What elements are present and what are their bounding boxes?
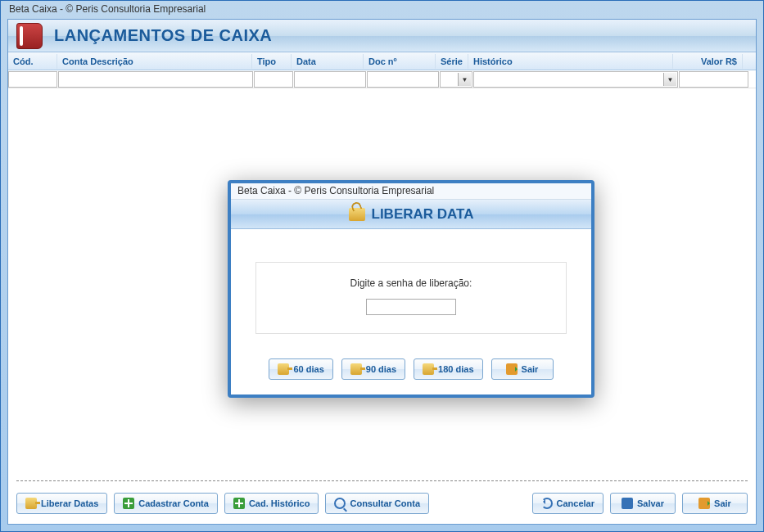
col-header-serie: Série xyxy=(436,54,468,69)
content-area: LANÇAMENTOS DE CAIXA Cód. Conta Descriçã… xyxy=(7,19,757,525)
cell-tipo[interactable] xyxy=(254,71,293,88)
cell-desc[interactable] xyxy=(58,71,253,88)
separator xyxy=(16,480,748,481)
main-window: Beta Caixa - © Peris Consultoria Empresa… xyxy=(0,0,764,532)
liberar-datas-button[interactable]: Liberar Datas xyxy=(16,493,107,514)
key-icon xyxy=(423,363,434,375)
password-panel: Digite a senha de liberação: xyxy=(255,262,567,334)
col-header-hist: Histórico xyxy=(468,54,673,69)
dialog-sair-button[interactable]: Sair xyxy=(491,358,554,380)
col-header-data: Data xyxy=(292,54,364,69)
unlock-180-button[interactable]: 180 dias xyxy=(414,358,482,380)
chevron-down-icon[interactable]: ▼ xyxy=(458,73,471,86)
password-input[interactable] xyxy=(366,299,456,315)
dialog-title: Beta Caixa - © Peris Consultoria Empresa… xyxy=(237,185,434,196)
cell-valor[interactable] xyxy=(679,71,748,88)
cad-historico-button[interactable]: Cad. Histórico xyxy=(224,493,319,514)
window-title: Beta Caixa - © Peris Consultoria Empresa… xyxy=(9,3,206,15)
col-header-tipo: Tipo xyxy=(252,54,292,69)
button-bar: Liberar Datas Cadastrar Conta Cad. Histó… xyxy=(16,493,748,514)
page-header: LANÇAMENTOS DE CAIXA xyxy=(8,20,756,52)
cell-hist[interactable]: ▼ xyxy=(473,71,678,88)
key-icon xyxy=(350,363,362,375)
unlock-90-button[interactable]: 90 dias xyxy=(341,358,405,380)
ledger-icon xyxy=(16,23,43,49)
liberar-data-dialog: Beta Caixa - © Peris Consultoria Empresa… xyxy=(228,180,594,398)
dialog-titlebar: Beta Caixa - © Peris Consultoria Empresa… xyxy=(231,183,591,200)
col-header-cod: Cód. xyxy=(8,54,57,69)
dialog-body: Digite a senha de liberação: xyxy=(231,229,591,342)
salvar-button[interactable]: Salvar xyxy=(610,493,676,514)
cell-serie[interactable]: ▼ xyxy=(440,71,472,88)
page-title: LANÇAMENTOS DE CAIXA xyxy=(54,26,272,45)
unlock-icon xyxy=(349,208,365,221)
cancelar-button[interactable]: Cancelar xyxy=(532,493,604,514)
dialog-heading: LIBERAR DATA xyxy=(372,206,474,223)
plus-icon xyxy=(233,498,245,509)
undo-icon xyxy=(541,498,553,509)
exit-icon xyxy=(506,363,518,375)
col-header-doc: Doc nº xyxy=(364,54,436,69)
cadastrar-conta-button[interactable]: Cadastrar Conta xyxy=(114,493,218,514)
save-icon xyxy=(622,498,633,509)
unlock-60-button[interactable]: 60 dias xyxy=(269,358,332,380)
sair-button[interactable]: Sair xyxy=(682,493,748,514)
key-icon xyxy=(25,498,37,509)
consultar-conta-button[interactable]: Consultar Conta xyxy=(325,493,429,514)
col-header-desc: Conta Descrição xyxy=(57,54,252,69)
cell-doc[interactable] xyxy=(367,71,439,88)
grid-row: ▼ ▼ xyxy=(8,70,756,88)
dialog-header: LIBERAR DATA xyxy=(231,200,591,229)
key-icon xyxy=(278,363,289,375)
grid-header: Cód. Conta Descrição Tipo Data Doc nº Sé… xyxy=(8,52,756,70)
cell-cod[interactable] xyxy=(8,71,57,88)
exit-icon xyxy=(698,498,710,509)
plus-icon xyxy=(123,498,134,509)
dialog-button-bar: 60 dias 90 dias 180 dias Sair xyxy=(231,358,591,380)
search-icon xyxy=(334,498,346,509)
col-header-valor: Valor R$ xyxy=(673,54,743,69)
window-titlebar: Beta Caixa - © Peris Consultoria Empresa… xyxy=(1,1,763,19)
password-label: Digite a senha de liberação: xyxy=(264,277,558,289)
cell-data[interactable] xyxy=(294,71,366,88)
chevron-down-icon[interactable]: ▼ xyxy=(663,73,676,86)
